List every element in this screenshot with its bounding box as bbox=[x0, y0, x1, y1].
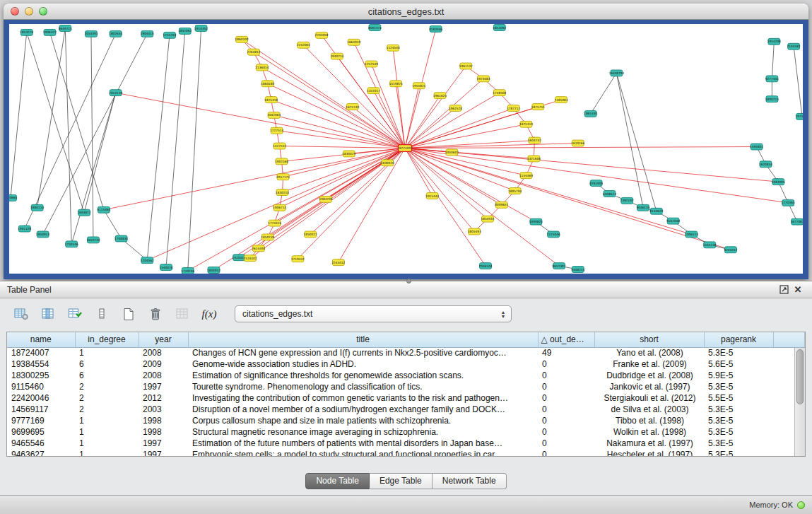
new-table-button[interactable] bbox=[117, 303, 140, 325]
graph-node[interactable]: 9245012 bbox=[724, 247, 737, 253]
table-selector-dropdown[interactable]: citations_edges.txt ▲▼ bbox=[235, 305, 512, 322]
graph-node[interactable]: 1850913 bbox=[36, 231, 49, 238]
graph-node[interactable]: 1915444 bbox=[425, 192, 439, 199]
network-canvas[interactable]: 1853274190632786497252053391180263419044… bbox=[9, 24, 803, 274]
zoom-window-button[interactable] bbox=[39, 7, 47, 16]
graph-node[interactable]: 2053139 bbox=[109, 90, 122, 96]
table-columns-button[interactable] bbox=[37, 303, 59, 325]
graph-node[interactable]: 1940214 bbox=[330, 53, 343, 59]
minimize-window-button[interactable] bbox=[25, 7, 33, 16]
graph-node[interactable]: 7524402 bbox=[243, 255, 257, 262]
close-window-button[interactable] bbox=[11, 7, 19, 16]
graph-node[interactable]: 1664959 bbox=[347, 39, 360, 45]
table-scrollbar-thumb[interactable] bbox=[796, 349, 804, 404]
graph-node[interactable]: 1906713 bbox=[273, 204, 286, 211]
graph-node[interactable]: 1961625 bbox=[433, 93, 447, 99]
graph-node[interactable]: 2242004 bbox=[297, 42, 310, 48]
graph-node[interactable]: 1854932 bbox=[481, 216, 495, 222]
graph-node[interactable]: 1755203 bbox=[163, 32, 177, 38]
column-header-title[interactable]: title bbox=[188, 332, 538, 347]
graph-node[interactable]: 1875310 bbox=[519, 121, 533, 127]
graph-node[interactable]: 1973483 bbox=[477, 76, 490, 82]
column-header-in_degree[interactable]: in_degree bbox=[75, 332, 139, 347]
graph-node[interactable]: 1595831 bbox=[750, 144, 763, 150]
graph-node[interactable]: 1519875 bbox=[389, 81, 403, 87]
graph-node[interactable]: 1890215 bbox=[765, 96, 779, 103]
graph-node[interactable]: 1610166 bbox=[571, 140, 584, 146]
graph-node[interactable]: 2120665 bbox=[9, 194, 18, 201]
graph-node[interactable]: 1099825 bbox=[529, 218, 543, 225]
delete-table-button[interactable] bbox=[144, 303, 167, 325]
graph-node[interactable]: 1841062 bbox=[178, 28, 192, 34]
graph-node[interactable]: 1962528 bbox=[449, 105, 462, 112]
graph-node[interactable]: 1650234 bbox=[86, 237, 100, 243]
graph-node[interactable]: 1105236 bbox=[703, 242, 717, 248]
graph-node[interactable]: 1604872 bbox=[78, 209, 91, 216]
table-row[interactable]: 1830029562008Estimation of significance … bbox=[7, 370, 805, 381]
graph-node[interactable]: 1853274 bbox=[20, 29, 33, 35]
graph-node[interactable]: 1787717 bbox=[507, 105, 520, 112]
graph-node[interactable]: 1902168 bbox=[275, 158, 288, 165]
graph-node[interactable]: 1427512 bbox=[273, 143, 286, 149]
tab-edge-table[interactable]: Edge Table bbox=[370, 473, 433, 489]
graph-node[interactable]: 1895794 bbox=[508, 188, 522, 194]
column-header-out_degree[interactable]: △ out_de… bbox=[538, 332, 594, 347]
graph-node[interactable]: 1830210 bbox=[276, 189, 289, 196]
table-scrollbar[interactable] bbox=[794, 348, 805, 456]
table-row[interactable]: 911546021997Tourette syndrome. Phenomeno… bbox=[7, 381, 805, 392]
graph-node[interactable]: 1322017 bbox=[367, 88, 380, 94]
graph-node[interactable]: 1719447 bbox=[291, 256, 305, 262]
graph-node[interactable]: 1620854 bbox=[759, 161, 772, 168]
graph-node[interactable]: 8183046 bbox=[429, 25, 442, 32]
graph-node[interactable]: 1860100 bbox=[235, 36, 249, 42]
graph-node[interactable]: 1984700 bbox=[319, 196, 333, 202]
column-header-short[interactable]: short bbox=[594, 332, 704, 347]
graph-node[interactable]: 1850022 bbox=[304, 231, 317, 238]
column-header-pagerank[interactable]: pagerank bbox=[704, 332, 773, 347]
graph-node[interactable]: 1748508 bbox=[493, 90, 506, 96]
graph-node[interactable]: 1154469 bbox=[519, 173, 533, 179]
graph-node[interactable]: 1830020 bbox=[381, 160, 394, 166]
graph-node[interactable]: 1677081 bbox=[791, 218, 803, 225]
graph-node[interactable]: 2057175 bbox=[276, 174, 290, 180]
graph-node[interactable]: 2203058 bbox=[315, 32, 329, 38]
graph-node[interactable]: 1321606 bbox=[527, 156, 541, 162]
graph-node[interactable]: 1853092 bbox=[493, 24, 506, 30]
graph-node[interactable]: 1750546 bbox=[65, 241, 78, 247]
graph-node[interactable]: 2264812 bbox=[247, 49, 260, 55]
graph-node[interactable]: 1802634 bbox=[109, 30, 122, 37]
table-row[interactable]: 1456911722003Disruption of a novel membe… bbox=[7, 404, 805, 415]
graph-node[interactable]: 2245012 bbox=[331, 259, 345, 266]
graph-node[interactable]: 1710236 bbox=[181, 268, 194, 274]
graph-node[interactable]: 1805493 bbox=[468, 228, 481, 235]
graph-node[interactable]: 8134620 bbox=[649, 208, 663, 214]
table-settings-button[interactable] bbox=[10, 303, 33, 325]
table-row[interactable]: 977716911998Corpus callosum shape and si… bbox=[7, 415, 805, 426]
graph-node[interactable]: 8652307 bbox=[553, 263, 566, 269]
graph-node[interactable]: 1083095 bbox=[772, 179, 785, 185]
graph-node[interactable]: 1975340 bbox=[796, 113, 803, 119]
graph-node[interactable]: 1875751 bbox=[531, 104, 545, 110]
graph-node[interactable]: 2104587 bbox=[787, 43, 801, 49]
graph-node[interactable]: 1954208 bbox=[767, 38, 781, 45]
window-titlebar[interactable]: citations_edges.txt bbox=[4, 4, 808, 20]
column-header-name[interactable]: name bbox=[7, 332, 75, 347]
graph-node[interactable]: 1865330 bbox=[584, 110, 597, 117]
close-panel-icon[interactable]: ✕ bbox=[791, 284, 805, 296]
graph-node[interactable]: 9046135 bbox=[637, 204, 650, 211]
graph-node[interactable]: 1901128 bbox=[18, 226, 31, 232]
graph-node[interactable]: 1904415 bbox=[141, 30, 154, 37]
graph-node[interactable]: 1980114 bbox=[30, 204, 44, 211]
graph-node[interactable]: 2053391 bbox=[85, 30, 98, 37]
graph-node[interactable]: 16448794 bbox=[609, 70, 625, 76]
function-builder-button[interactable]: f(x) bbox=[198, 303, 220, 325]
graph-node[interactable]: 7936104 bbox=[479, 263, 493, 269]
graph-node[interactable]: 1708834 bbox=[114, 235, 128, 242]
graph-node[interactable]: 1860180 bbox=[261, 81, 274, 87]
graph-node[interactable]: 1270365 bbox=[782, 199, 795, 206]
column-header-year[interactable]: year bbox=[139, 332, 188, 347]
graph-node[interactable]: 1875318 bbox=[264, 97, 278, 103]
graph-node[interactable]: 1175046 bbox=[547, 231, 560, 238]
graph-node[interactable]: 2136014 bbox=[255, 64, 269, 71]
graph-node[interactable]: 8592371 bbox=[368, 24, 382, 30]
